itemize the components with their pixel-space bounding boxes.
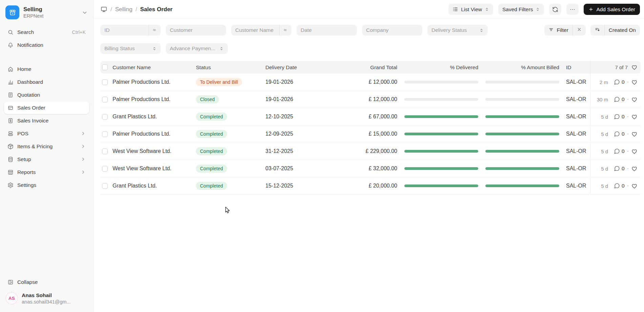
table-row[interactable]: Grant Plastics Ltd.Completed15-12-2025£ …: [100, 177, 641, 195]
sidebar-item-search[interactable]: SearchCtrl+K: [4, 26, 89, 38]
add-sales-order-button[interactable]: Add Sales Order: [584, 4, 640, 15]
user-email: anas.sohail341@gm...: [22, 299, 71, 305]
sidebar-item-home[interactable]: Home: [4, 63, 89, 75]
sidebar-item-notification[interactable]: Notification: [4, 39, 89, 51]
sidebar-item-items-pricing[interactable]: Items & Pricing: [4, 140, 89, 153]
column-header-grand-total[interactable]: Grand Total: [335, 64, 397, 71]
filter-company-input[interactable]: Company: [362, 25, 422, 36]
sidebar-item-pos[interactable]: POS: [4, 127, 89, 140]
sidebar-item-sales-order[interactable]: Sales Order: [4, 101, 89, 114]
approx-operator: ≈: [149, 27, 157, 33]
customer-name-cell[interactable]: Grant Plastics Ltd.: [113, 114, 196, 120]
filter-date-input[interactable]: Date: [297, 25, 357, 36]
column-header-delivered[interactable]: % Delivered: [397, 64, 478, 71]
sort-direction-button[interactable]: [590, 25, 604, 36]
like-button[interactable]: [631, 79, 638, 85]
refresh-button[interactable]: [549, 4, 561, 15]
like-button[interactable]: [631, 148, 638, 155]
row-checkbox[interactable]: [102, 131, 108, 137]
heart-icon[interactable]: [631, 64, 638, 71]
breadcrumb-section[interactable]: Selling: [115, 6, 133, 13]
sidebar-item-quotation[interactable]: Quotation: [4, 89, 89, 101]
row-checkbox[interactable]: [102, 166, 108, 172]
table-row[interactable]: Grant Plastics Ltd.Completed12-10-2025£ …: [100, 108, 641, 125]
comments-button[interactable]: 0: [614, 148, 625, 154]
amount-billed-progress: [485, 98, 559, 101]
customer-name-cell[interactable]: Grant Plastics Ltd.: [113, 183, 196, 189]
table-row[interactable]: Palmer Productions Ltd.Closed19-01-2026£…: [100, 91, 641, 108]
like-button[interactable]: [631, 96, 638, 103]
column-header-delivery-date[interactable]: Delivery Date: [265, 64, 335, 71]
comments-button[interactable]: 0: [614, 96, 625, 102]
filter-customer-name-input[interactable]: Customer Name≈: [231, 25, 291, 36]
delivered-progress: [404, 150, 478, 153]
customer-name-cell[interactable]: Palmer Productions Ltd.: [113, 79, 196, 85]
filter-delivery-status-select[interactable]: Delivery Status: [427, 25, 488, 36]
sidebar-item-reports[interactable]: Reports: [4, 166, 89, 178]
row-checkbox[interactable]: [102, 97, 108, 102]
customer-name-cell[interactable]: West View Software Ltd.: [113, 165, 196, 172]
table-row[interactable]: Palmer Productions Ltd.Completed12-09-20…: [100, 125, 641, 143]
customer-name-cell[interactable]: Palmer Productions Ltd.: [113, 131, 196, 137]
workspace-switcher[interactable]: Selling ERPNext: [0, 0, 93, 23]
sort-field-button[interactable]: Created On: [605, 25, 640, 36]
sidebar-shortcuts: SearchCtrl+KNotification: [0, 23, 93, 52]
sidebar-item-settings[interactable]: Settings: [4, 179, 89, 191]
comments-button[interactable]: 0: [614, 131, 625, 137]
like-button[interactable]: [631, 114, 638, 120]
column-header-customer[interactable]: Customer Name: [113, 64, 196, 71]
sidebar-item-setup[interactable]: Setup: [4, 153, 89, 165]
modified-time: 5 d: [596, 149, 608, 154]
home-icon: [7, 66, 14, 72]
delivery-date-cell: 31-12-2025: [265, 148, 335, 154]
erpnext-logo-icon: [5, 5, 19, 19]
clear-filter-button[interactable]: [573, 25, 586, 36]
like-button[interactable]: [631, 183, 638, 189]
comments-button[interactable]: 0: [614, 79, 625, 85]
comments-button[interactable]: 0: [614, 165, 625, 172]
sidebar-item-label: Sales Order: [17, 105, 45, 111]
breadcrumb: / Selling / Sales Order: [100, 6, 173, 13]
collapse-sidebar-button[interactable]: Collapse: [4, 276, 89, 288]
user-menu[interactable]: AS Anas Sohail anas.sohail341@gm...: [0, 289, 93, 306]
comment-count: 0: [622, 148, 625, 154]
filter-button[interactable]: Filter: [544, 25, 572, 36]
filter-advance-paymen-select[interactable]: Advance Paymen...: [166, 43, 228, 54]
document-id-cell: SAL-OR: [559, 148, 590, 154]
table-row[interactable]: West View Software Ltd.Completed03-07-20…: [100, 160, 641, 177]
comments-button[interactable]: 0: [614, 183, 625, 189]
filter-id-input[interactable]: ID≈: [100, 25, 161, 36]
saved-filters-button[interactable]: Saved Filters: [498, 4, 544, 15]
comment-count: 0: [622, 165, 625, 172]
table-row[interactable]: Palmer Productions Ltd.To Deliver and Bi…: [100, 74, 641, 91]
like-button[interactable]: [631, 131, 638, 137]
sidebar-item-sales-invoice[interactable]: Sales Invoice: [4, 114, 89, 127]
row-checkbox[interactable]: [102, 149, 108, 154]
comments-button[interactable]: 0: [614, 114, 625, 120]
filter-row-1: ID≈CustomerCustomer Name≈DateCompanyDeli…: [100, 25, 640, 36]
document-id-cell: SAL-OR: [559, 131, 590, 137]
row-checkbox[interactable]: [102, 114, 108, 120]
filter-billing-status-select[interactable]: Billing Status: [100, 43, 161, 54]
column-header-amount-billed[interactable]: % Amount Billed: [478, 64, 559, 71]
column-header-id[interactable]: ID: [559, 64, 590, 71]
filter-customer-input[interactable]: Customer: [166, 25, 226, 36]
filter-area: ID≈CustomerCustomer Name≈DateCompanyDeli…: [94, 19, 644, 54]
like-button[interactable]: [631, 165, 638, 172]
column-header-status[interactable]: Status: [196, 64, 265, 71]
customer-name-cell[interactable]: Palmer Productions Ltd.: [113, 96, 196, 102]
sidebar-item-dashboard[interactable]: Dashboard: [4, 76, 89, 88]
table-row[interactable]: West View Software Ltd.Completed31-12-20…: [100, 143, 641, 160]
sidebar-nav: HomeDashboardQuotationSales OrderSales I…: [0, 60, 93, 192]
row-checkbox[interactable]: [102, 183, 108, 189]
grand-total-cell: £ 15,000.00: [335, 131, 397, 137]
page-title[interactable]: Sales Order: [140, 6, 173, 13]
select-all-checkbox[interactable]: [102, 64, 108, 70]
more-options-button[interactable]: [566, 4, 579, 15]
view-selector-button[interactable]: List View: [448, 4, 493, 15]
monitor-icon[interactable]: [100, 6, 107, 13]
row-checkbox[interactable]: [102, 79, 108, 85]
list-view-icon: [452, 6, 458, 12]
sidebar: Selling ERPNext SearchCtrl+KNotification…: [0, 0, 94, 312]
customer-name-cell[interactable]: West View Software Ltd.: [113, 148, 196, 154]
